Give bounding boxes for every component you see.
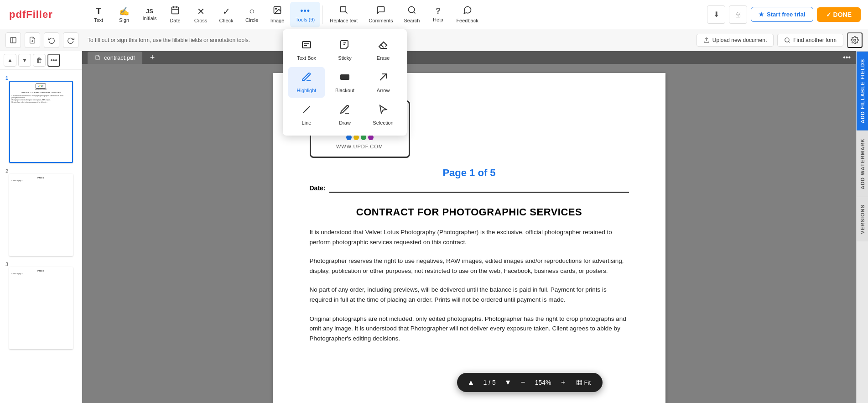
thumb-num-3: 3 [4,262,8,267]
dropdown-line[interactable]: Line [288,99,325,130]
tool-comments[interactable]: Comments [363,2,398,27]
upload-document-button[interactable]: Upload new document [696,34,774,47]
svg-point-5 [275,8,277,9]
replace-text-icon [339,5,348,17]
thumb-wrapper-3: PAGE 3 Content of page 3... [9,267,73,349]
dropdown-blackout[interactable]: Blackout [327,67,363,98]
sidebar-tab-watermark[interactable]: ADD WATERMARK [857,131,868,197]
dropdown-highlight-label: Highlight [297,88,317,93]
dropdown-arrow[interactable]: Arrow [365,67,401,98]
thumbnail-3[interactable]: 3 PAGE 3 Content of page 3... [4,260,78,349]
tool-circle[interactable]: ○ Circle [239,2,265,27]
tool-initials[interactable]: JS Initials [137,2,162,27]
sidebar-tab-versions-label: VERSIONS [860,204,865,234]
blackout-icon [339,72,350,85]
thumb-delete-button[interactable]: 🗑 [33,54,46,67]
comments-icon [376,5,385,17]
image-icon [273,5,282,17]
thumb-up-button[interactable]: ▲ [4,54,16,67]
tool-image-label: Image [270,18,285,23]
bottom-nav: ▲ 1 / 5 ▼ − 154% + Fit [457,373,603,392]
thumbnail-2[interactable]: 2 PAGE 2 Content of page 2... [4,167,78,256]
page-watermark: Page 1 of 5 [310,167,629,179]
svg-line-15 [789,41,790,42]
tool-feedback[interactable]: Feedback [451,2,483,27]
svg-rect-9 [10,37,16,43]
tool-date[interactable]: Date [162,2,188,27]
svg-rect-17 [302,42,311,48]
thumb-down-button[interactable]: ▼ [18,54,31,67]
undo-button[interactable] [44,32,59,48]
thumb-content-1: UPDF WWW.UPDF.COM CONTRACT FOR PHOTOGRAP… [10,82,72,162]
initials-icon: JS [146,8,153,15]
text-icon: T [96,6,101,16]
draw-icon [339,104,350,117]
tool-search[interactable]: Search [399,2,426,27]
thumb-more-button[interactable]: ••• [47,54,60,67]
contract-title: CONTRACT FOR PHOTOGRAPHIC SERVICES [310,206,629,218]
zoom-level: 154% [531,379,555,386]
tool-help-label: Help [433,17,443,22]
pdf-tab-contract[interactable]: contract.pdf [88,52,142,64]
dropdown-erase[interactable]: Erase [365,35,401,65]
tool-sign[interactable]: ✍ Sign [111,2,137,27]
svg-rect-22 [341,75,349,79]
settings-button[interactable] [847,32,863,48]
svg-rect-0 [172,7,179,14]
svg-line-24 [303,106,310,113]
zoom-in-button[interactable]: + [557,376,570,389]
dropdown-draw[interactable]: Draw [327,99,363,130]
add-tab-button[interactable]: + [146,51,159,64]
text-box-icon [301,39,312,52]
top-toolbar: pdfFiller T Text ✍ Sign JS Initials Date… [0,0,868,29]
dropdown-text-box[interactable]: Text Box [288,35,325,65]
tab-more-button[interactable]: ••• [843,53,851,62]
tool-comments-label: Comments [369,18,393,23]
zoom-out-button[interactable]: − [517,376,530,389]
tool-cross-label: Cross [194,18,208,23]
add-page-button[interactable] [25,32,40,48]
svg-line-23 [380,74,386,80]
sidebar-nav: ▲ ▼ 🗑 ••• [0,51,82,70]
dropdown-sticky[interactable]: Sticky [327,35,363,65]
page-info: 1 / 5 [480,379,499,386]
tool-text[interactable]: T Text [86,2,111,27]
tool-check[interactable]: ✓ Check [213,2,239,27]
date-underline [329,183,629,193]
find-form-button[interactable]: Find another form [777,34,843,47]
contract-para-2: Photographer reserves the right to use n… [310,256,629,276]
thumbnail-1[interactable]: 1 UPDF WWW.UPDF.COM CONTRACT FOR PHOTOGR… [4,73,78,163]
tool-check-label: Check [219,18,233,23]
tool-feedback-label: Feedback [456,18,478,23]
fit-button[interactable]: Fit [572,377,595,388]
dropdown-highlight[interactable]: Highlight [288,67,325,98]
start-trial-button[interactable]: ★ Start free trial [751,7,813,22]
tool-replace-text[interactable]: Replace text [324,2,363,27]
print-button[interactable]: 🖨 [729,5,747,24]
tool-date-label: Date [170,18,180,23]
sidebar-tab-versions[interactable]: VERSIONS [857,197,868,241]
tool-help[interactable]: ? Help [425,2,451,27]
line-icon [301,104,312,117]
sidebar-toggle-button[interactable] [5,32,21,48]
tool-tools9[interactable]: ••• Tools (9) [290,2,320,27]
download-button[interactable]: ⬇ [707,5,725,24]
thumb-content-3: PAGE 3 Content of page 3... [10,268,72,348]
page-up-button[interactable]: ▲ [464,376,478,389]
done-button[interactable]: ✓ DONE [817,7,861,22]
updf-url: WWW.UPDF.COM [336,144,383,149]
tool-cross[interactable]: ✕ Cross [188,2,213,27]
pdf-viewer: contract.pdf + ••• U P D F [82,51,856,403]
tool-initials-label: Initials [142,16,156,21]
tool-text-label: Text [94,17,103,23]
tool-search-label: Search [404,18,420,23]
redo-button[interactable] [63,32,78,48]
selection-icon [378,104,389,117]
upload-label: Upload new document [712,37,767,43]
dropdown-selection[interactable]: Selection [365,99,401,130]
tool-sign-label: Sign [119,17,129,23]
page-down-button[interactable]: ▼ [501,376,515,389]
sidebar-tab-fillable[interactable]: ADD FILLABLE FIELDS [857,51,868,131]
dropdown-text-box-label: Text Box [297,55,316,61]
tool-image[interactable]: Image [265,2,290,27]
